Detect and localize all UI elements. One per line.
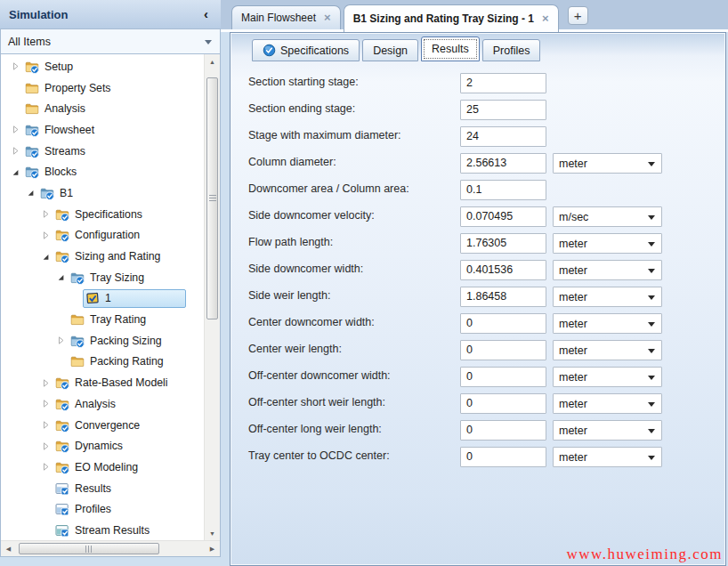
expander-collapsed-icon[interactable] xyxy=(10,123,25,137)
expander-collapsed-icon[interactable] xyxy=(40,207,55,222)
tree-item-profiles[interactable]: Profiles xyxy=(1,498,204,520)
tree-horizontal-scrollbar[interactable]: ◀ ▶ xyxy=(1,540,220,556)
expander-collapsed-icon[interactable] xyxy=(40,439,55,453)
expander-expanded-icon[interactable] xyxy=(40,249,55,263)
field-value-side-weir-length[interactable]: 1.86458 xyxy=(460,287,546,307)
expander-collapsed-icon[interactable] xyxy=(40,376,55,390)
field-value-off-center-long-weir-length[interactable]: 0 xyxy=(460,420,546,441)
subtab-profiles[interactable]: Profiles xyxy=(482,39,541,61)
folder-blue-check-icon xyxy=(25,165,41,179)
expander-collapsed-icon[interactable] xyxy=(10,60,25,74)
tree-item-setup[interactable]: Setup xyxy=(1,56,204,77)
folder-yellow-check-icon xyxy=(55,249,71,263)
expander-expanded-icon[interactable] xyxy=(55,271,70,285)
field-value-off-center-downcomer-width[interactable]: 0 xyxy=(460,367,546,387)
tree-item-b1[interactable]: B1 xyxy=(1,182,204,204)
tree-item-label: Setup xyxy=(44,61,73,73)
field-value-center-weir-length[interactable]: 0 xyxy=(460,340,546,360)
scroll-right-icon[interactable]: ▶ xyxy=(205,542,220,556)
field-value-section-ending-stage[interactable]: 25 xyxy=(460,100,546,120)
tree-item-packing-sizing[interactable]: Packing Sizing xyxy=(1,330,204,352)
close-tab-icon[interactable]: × xyxy=(324,13,331,22)
unit-dropdown-off-center-long-weir-length[interactable]: meter xyxy=(553,420,662,441)
tree-item-blocks[interactable]: Blocks xyxy=(1,161,204,182)
field-value-tray-center-to-ocdc-center[interactable]: 0 xyxy=(460,447,546,467)
field-value-off-center-short-weir-length[interactable]: 0 xyxy=(460,393,546,414)
tree-item-streams[interactable]: Streams xyxy=(1,141,204,162)
field-value-downcomer-area-column-area[interactable]: 0.1 xyxy=(460,180,546,200)
chevron-down-icon xyxy=(648,376,655,380)
new-tab-button[interactable]: + xyxy=(568,6,588,25)
tree-item-stream-results[interactable]: Stream Results xyxy=(1,520,204,540)
tree-item-analysis[interactable]: Analysis xyxy=(1,98,204,119)
tree-item-sizing-and-rating[interactable]: Sizing and Rating xyxy=(1,246,204,267)
tree-item-specifications[interactable]: Specifications xyxy=(1,204,204,225)
tree-item-convergence[interactable]: Convergence xyxy=(1,415,204,436)
scroll-up-icon[interactable]: ▲ xyxy=(205,54,220,69)
scroll-left-icon[interactable]: ◀ xyxy=(1,542,16,556)
field-value-center-downcomer-width[interactable]: 0 xyxy=(460,313,546,334)
tree-item-core: Setup xyxy=(25,57,73,76)
expander-expanded-icon[interactable] xyxy=(10,165,25,179)
expander-collapsed-icon[interactable] xyxy=(40,397,55,411)
document-tab-main-flowsheet[interactable]: Main Flowsheet× xyxy=(231,5,341,29)
tree-vertical-scrollbar[interactable]: ▲ ▼ xyxy=(204,54,220,540)
vertical-scroll-thumb[interactable] xyxy=(206,77,218,319)
subtab-design[interactable]: Design xyxy=(362,39,418,61)
unit-dropdown-side-downcomer-width[interactable]: meter xyxy=(553,260,662,280)
field-value-stage-with-maximum-diameter[interactable]: 24 xyxy=(460,126,546,147)
tree-item-packing-rating[interactable]: Packing Rating xyxy=(1,352,204,373)
document-tab-b1-sizing-and-rating-tray-sizing-1[interactable]: B1 Sizing and Rating Tray Sizing - 1× xyxy=(344,4,559,32)
tree-item-results[interactable]: Results xyxy=(1,478,204,499)
tree-item-dynamics[interactable]: Dynamics xyxy=(1,435,204,457)
close-tab-icon[interactable]: × xyxy=(542,14,549,23)
scroll-down-icon[interactable]: ▼ xyxy=(205,526,220,540)
form-check-icon xyxy=(85,291,101,305)
unit-dropdown-side-downcomer-velocity[interactable]: m/sec xyxy=(553,206,662,227)
expander-collapsed-icon[interactable] xyxy=(55,334,70,348)
tree-item-rate-based-modeli[interactable]: Rate-Based Modeli xyxy=(1,372,204,393)
unit-dropdown-center-weir-length[interactable]: meter xyxy=(553,340,662,360)
folder-yellow-check-icon xyxy=(55,439,71,453)
tree-item-tray-rating[interactable]: Tray Rating xyxy=(1,309,204,330)
chevron-down-icon xyxy=(648,402,655,407)
unit-dropdown-off-center-downcomer-width[interactable]: meter xyxy=(553,367,662,387)
folder-yellow-check-icon xyxy=(55,228,71,242)
tree-filter-dropdown[interactable]: All Items xyxy=(0,28,221,54)
tree-item-label: Profiles xyxy=(75,503,111,515)
unit-dropdown-flow-path-length[interactable]: meter xyxy=(553,233,662,254)
tree-item-analysis[interactable]: Analysis xyxy=(1,393,204,415)
tree-item-core: Streams xyxy=(25,142,85,160)
field-value-side-downcomer-width[interactable]: 0.401536 xyxy=(460,260,546,280)
unit-dropdown-center-downcomer-width[interactable]: meter xyxy=(553,313,662,334)
tree-item-1[interactable]: 1 xyxy=(1,288,204,310)
field-label: Flow path length: xyxy=(248,236,333,248)
expander-collapsed-icon[interactable] xyxy=(40,460,55,474)
tree-item-flowsheet[interactable]: Flowsheet xyxy=(1,119,204,141)
tree-item-tray-sizing[interactable]: Tray Sizing xyxy=(1,267,204,288)
tree-item-configuration[interactable]: Configuration xyxy=(1,225,204,247)
field-value-side-downcomer-velocity[interactable]: 0.070495 xyxy=(460,206,546,227)
horizontal-scroll-thumb[interactable] xyxy=(19,543,159,554)
expander-expanded-icon[interactable] xyxy=(25,186,40,200)
field-label: Off-center downcomer width: xyxy=(248,369,391,382)
field-value-column-diameter[interactable]: 2.56613 xyxy=(460,153,546,174)
subtab-results[interactable]: Results xyxy=(421,36,480,61)
field-value-flow-path-length[interactable]: 1.76305 xyxy=(460,233,546,254)
unit-dropdown-off-center-short-weir-length[interactable]: meter xyxy=(553,393,662,414)
expander-collapsed-icon[interactable] xyxy=(10,144,25,158)
field-value-section-starting-stage[interactable]: 2 xyxy=(460,73,546,93)
tree-item-property-sets[interactable]: Property Sets xyxy=(1,77,204,99)
expander-collapsed-icon[interactable] xyxy=(40,418,55,433)
unit-dropdown-side-weir-length[interactable]: meter xyxy=(553,287,662,307)
unit-dropdown-column-diameter[interactable]: meter xyxy=(553,153,662,174)
unit-dropdown-tray-center-to-ocdc-center[interactable]: meter xyxy=(553,447,662,467)
expander-collapsed-icon[interactable] xyxy=(40,228,55,242)
tree-item-label: Rate-Based Modeli xyxy=(75,376,168,389)
tree-item-label: Convergence xyxy=(75,419,140,432)
folder-yellow-icon xyxy=(70,354,86,368)
tree-item-label: Specifications xyxy=(75,208,142,221)
subtab-specifications[interactable]: Specifications xyxy=(252,39,360,61)
collapse-sidebar-icon[interactable]: ‹ xyxy=(204,5,208,23)
tree-item-eo-modeling[interactable]: EO Modeling xyxy=(1,457,204,478)
